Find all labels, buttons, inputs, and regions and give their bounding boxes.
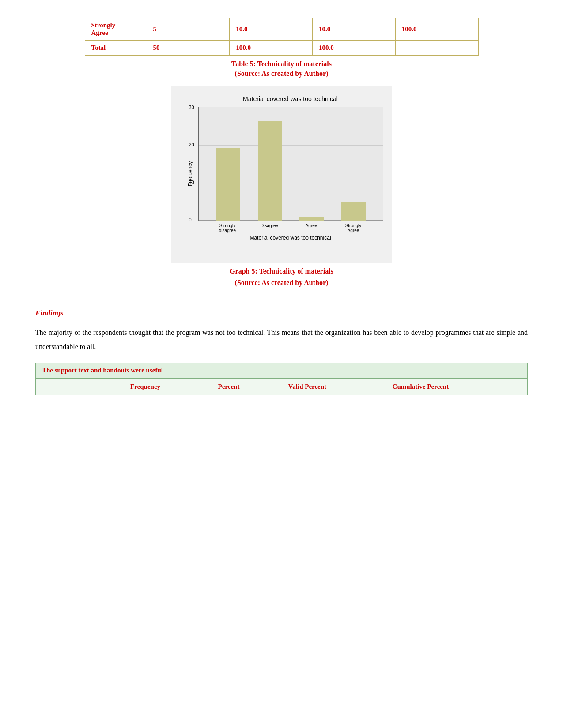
- total-valid-percent: 100.0: [313, 41, 396, 56]
- x-label-strongly-disagree: Strongly disagree: [215, 223, 240, 233]
- top-table: StronglyAgree 5 10.0 10.0 100.0 Total 50…: [85, 18, 479, 56]
- graph5-source: (Source: As created by Author): [235, 279, 329, 287]
- findings-section: Findings The majority of the respondents…: [35, 309, 528, 354]
- x-axis-labels: Strongly disagree Disagree Agree Strongl…: [198, 223, 383, 233]
- chart-title: Material covered was too technical: [198, 95, 383, 102]
- x-label-strongly-agree: Strongly Agree: [341, 223, 366, 233]
- bottom-table-header-row: Frequency Percent Valid Percent Cumulati…: [36, 379, 528, 395]
- total-label: Total: [85, 41, 147, 56]
- col-cumulative-percent: Cumulative Percent: [386, 379, 527, 395]
- bars-container: [199, 107, 383, 221]
- row-cumulative: 100.0: [395, 18, 478, 41]
- x-label-disagree: Disagree: [257, 223, 282, 233]
- row-valid-percent: 10.0: [313, 18, 396, 41]
- table5-source: (Source: As created by Author): [35, 70, 528, 78]
- table-row: StronglyAgree 5 10.0 10.0 100.0: [85, 18, 478, 41]
- row-percent: 10.0: [230, 18, 313, 41]
- chart-area: 0 10 20 30: [198, 107, 383, 221]
- bottom-table-header: The support text and handouts were usefu…: [35, 363, 528, 378]
- row-frequency: 5: [147, 18, 230, 41]
- col-frequency: Frequency: [124, 379, 212, 395]
- total-cumulative: [395, 41, 478, 56]
- bar-disagree: [258, 121, 282, 221]
- bar-strongly-disagree: [216, 148, 240, 221]
- findings-paragraph: The majority of the respondents thought …: [35, 326, 528, 354]
- table-row-total: Total 50 100.0 100.0: [85, 41, 478, 56]
- chart-container: Material covered was too technical Frequ…: [35, 86, 528, 296]
- bottom-table-section: The support text and handouts were usefu…: [35, 363, 528, 395]
- row-label: StronglyAgree: [85, 18, 147, 41]
- col-empty: [36, 379, 124, 395]
- chart-wrap: Material covered was too technical Frequ…: [171, 86, 392, 263]
- col-percent: Percent: [212, 379, 282, 395]
- col-valid-percent: Valid Percent: [282, 379, 386, 395]
- bar-strongly-agree: [341, 202, 366, 221]
- findings-heading: Findings: [35, 309, 528, 318]
- graph5-title: Graph 5: Technicality of materials: [230, 267, 333, 275]
- table5-title: Table 5: Technicality of materials: [35, 60, 528, 68]
- total-frequency: 50: [147, 41, 230, 56]
- total-percent: 100.0: [230, 41, 313, 56]
- bottom-table: Frequency Percent Valid Percent Cumulati…: [35, 378, 528, 395]
- bar-agree: [299, 217, 324, 221]
- x-axis-title: Material covered was too technical: [198, 235, 383, 241]
- x-label-agree: Agree: [299, 223, 324, 233]
